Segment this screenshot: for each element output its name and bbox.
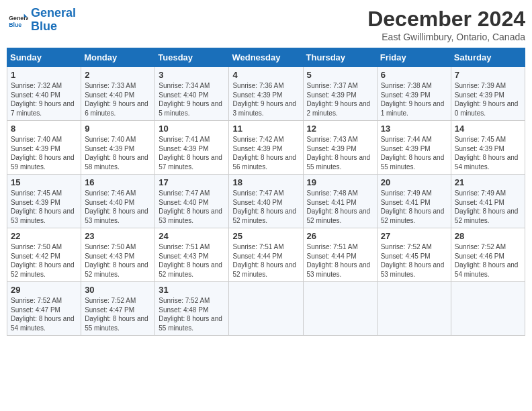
cell-content: Sunrise: 7:44 AMSunset: 4:39 PMDaylight:… [381,136,445,171]
calendar-cell: 10 Sunrise: 7:41 AMSunset: 4:39 PMDaylig… [155,121,229,175]
day-number: 27 [381,231,447,241]
calendar-cell [303,282,377,336]
calendar-cell: 14 Sunrise: 7:45 AMSunset: 4:39 PMDaylig… [451,121,525,175]
calendar-table: SundayMondayTuesdayWednesdayThursdayFrid… [7,48,525,336]
day-number: 21 [455,177,521,187]
location: East Gwillimbury, Ontario, Canada [367,32,525,42]
day-number: 10 [159,124,225,134]
day-number: 31 [159,285,225,295]
cell-content: Sunrise: 7:33 AMSunset: 4:40 PMDaylight:… [85,82,148,117]
cell-content: Sunrise: 7:32 AMSunset: 4:40 PMDaylight:… [11,82,75,117]
cell-content: Sunrise: 7:41 AMSunset: 4:39 PMDaylight:… [159,136,222,171]
day-number: 17 [159,177,225,187]
day-number: 30 [85,285,151,295]
day-number: 22 [11,231,77,241]
header-thursday: Thursday [303,48,377,67]
day-number: 13 [381,124,447,134]
logo-icon: General Blue [7,9,28,31]
svg-text:Blue: Blue [9,21,21,28]
cell-content: Sunrise: 7:51 AMSunset: 4:44 PMDaylight:… [307,243,371,278]
cell-content: Sunrise: 7:36 AMSunset: 4:39 PMDaylight:… [232,82,296,117]
header-friday: Friday [377,48,451,67]
day-number: 16 [85,177,151,187]
cell-content: Sunrise: 7:42 AMSunset: 4:39 PMDaylight:… [232,136,296,171]
cell-content: Sunrise: 7:40 AMSunset: 4:39 PMDaylight:… [85,136,148,171]
day-number: 26 [307,231,373,241]
cell-content: Sunrise: 7:49 AMSunset: 4:41 PMDaylight:… [381,189,445,224]
calendar-cell [377,282,451,336]
calendar-cell: 1 Sunrise: 7:32 AMSunset: 4:40 PMDayligh… [7,67,81,121]
day-number: 3 [159,70,225,80]
calendar-header-row: SundayMondayTuesdayWednesdayThursdayFrid… [7,48,525,67]
cell-content: Sunrise: 7:52 AMSunset: 4:45 PMDaylight:… [381,243,445,278]
calendar-cell: 25 Sunrise: 7:51 AMSunset: 4:44 PMDaylig… [229,228,303,282]
calendar-cell: 20 Sunrise: 7:49 AMSunset: 4:41 PMDaylig… [377,175,451,228]
cell-content: Sunrise: 7:47 AMSunset: 4:40 PMDaylight:… [159,189,222,224]
calendar-cell: 13 Sunrise: 7:44 AMSunset: 4:39 PMDaylig… [377,121,451,175]
day-number: 8 [11,124,77,134]
calendar-cell [451,282,525,336]
calendar-cell: 19 Sunrise: 7:48 AMSunset: 4:41 PMDaylig… [303,175,377,228]
day-number: 1 [11,70,77,80]
day-number: 24 [159,231,225,241]
cell-content: Sunrise: 7:52 AMSunset: 4:47 PMDaylight:… [11,297,75,332]
day-number: 9 [85,124,151,134]
calendar-cell: 26 Sunrise: 7:51 AMSunset: 4:44 PMDaylig… [303,228,377,282]
calendar-week-2: 8 Sunrise: 7:40 AMSunset: 4:39 PMDayligh… [7,121,525,175]
day-number: 6 [381,70,447,80]
title-area: December 2024 East Gwillimbury, Ontario,… [367,7,525,42]
day-number: 25 [232,231,299,241]
calendar-cell: 5 Sunrise: 7:37 AMSunset: 4:39 PMDayligh… [303,67,377,121]
logo: General Blue GeneralBlue [7,7,76,34]
cell-content: Sunrise: 7:39 AMSunset: 4:39 PMDaylight:… [455,82,519,117]
calendar-cell: 4 Sunrise: 7:36 AMSunset: 4:39 PMDayligh… [229,67,303,121]
calendar-cell: 12 Sunrise: 7:43 AMSunset: 4:39 PMDaylig… [303,121,377,175]
cell-content: Sunrise: 7:45 AMSunset: 4:39 PMDaylight:… [455,136,519,171]
cell-content: Sunrise: 7:52 AMSunset: 4:48 PMDaylight:… [159,297,222,332]
calendar-week-3: 15 Sunrise: 7:45 AMSunset: 4:39 PMDaylig… [7,175,525,228]
cell-content: Sunrise: 7:49 AMSunset: 4:41 PMDaylight:… [455,189,519,224]
cell-content: Sunrise: 7:50 AMSunset: 4:42 PMDaylight:… [11,243,75,278]
calendar-cell: 6 Sunrise: 7:38 AMSunset: 4:39 PMDayligh… [377,67,451,121]
calendar-cell: 11 Sunrise: 7:42 AMSunset: 4:39 PMDaylig… [229,121,303,175]
calendar-cell [229,282,303,336]
day-number: 12 [307,124,373,134]
calendar-cell: 24 Sunrise: 7:51 AMSunset: 4:43 PMDaylig… [155,228,229,282]
cell-content: Sunrise: 7:47 AMSunset: 4:40 PMDaylight:… [232,189,296,224]
day-number: 29 [11,285,77,295]
header-sunday: Sunday [7,48,81,67]
day-number: 19 [307,177,373,187]
cell-content: Sunrise: 7:50 AMSunset: 4:43 PMDaylight:… [85,243,148,278]
calendar-cell: 9 Sunrise: 7:40 AMSunset: 4:39 PMDayligh… [81,121,155,175]
header: General Blue GeneralBlue December 2024 E… [7,7,525,42]
cell-content: Sunrise: 7:37 AMSunset: 4:39 PMDaylight:… [307,82,371,117]
cell-content: Sunrise: 7:48 AMSunset: 4:41 PMDaylight:… [307,189,371,224]
cell-content: Sunrise: 7:51 AMSunset: 4:44 PMDaylight:… [232,243,296,278]
logo-text: GeneralBlue [31,7,76,34]
calendar-cell: 7 Sunrise: 7:39 AMSunset: 4:39 PMDayligh… [451,67,525,121]
calendar-week-4: 22 Sunrise: 7:50 AMSunset: 4:42 PMDaylig… [7,228,525,282]
header-tuesday: Tuesday [155,48,229,67]
cell-content: Sunrise: 7:46 AMSunset: 4:40 PMDaylight:… [85,189,148,224]
day-number: 7 [455,70,521,80]
calendar-cell: 28 Sunrise: 7:52 AMSunset: 4:46 PMDaylig… [451,228,525,282]
calendar-cell: 16 Sunrise: 7:46 AMSunset: 4:40 PMDaylig… [81,175,155,228]
header-saturday: Saturday [451,48,525,67]
day-number: 14 [455,124,521,134]
day-number: 18 [232,177,299,187]
calendar-cell: 23 Sunrise: 7:50 AMSunset: 4:43 PMDaylig… [81,228,155,282]
calendar-week-1: 1 Sunrise: 7:32 AMSunset: 4:40 PMDayligh… [7,67,525,121]
cell-content: Sunrise: 7:34 AMSunset: 4:40 PMDaylight:… [159,82,222,117]
day-number: 23 [85,231,151,241]
day-number: 4 [232,70,299,80]
calendar-cell: 8 Sunrise: 7:40 AMSunset: 4:39 PMDayligh… [7,121,81,175]
calendar-cell: 30 Sunrise: 7:52 AMSunset: 4:47 PMDaylig… [81,282,155,336]
day-number: 2 [85,70,151,80]
day-number: 28 [455,231,521,241]
calendar-cell: 18 Sunrise: 7:47 AMSunset: 4:40 PMDaylig… [229,175,303,228]
header-monday: Monday [81,48,155,67]
header-wednesday: Wednesday [229,48,303,67]
calendar-cell: 15 Sunrise: 7:45 AMSunset: 4:39 PMDaylig… [7,175,81,228]
calendar-cell: 2 Sunrise: 7:33 AMSunset: 4:40 PMDayligh… [81,67,155,121]
cell-content: Sunrise: 7:40 AMSunset: 4:39 PMDaylight:… [11,136,75,171]
